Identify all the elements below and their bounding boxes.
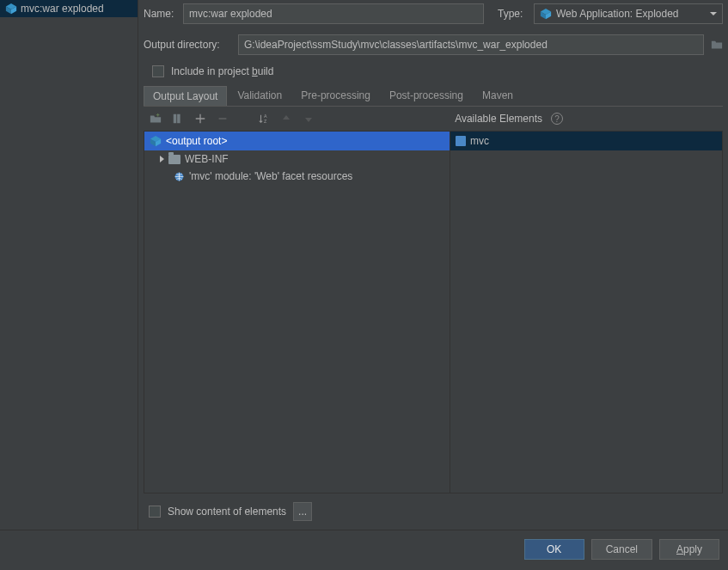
dialog-button-bar: OK Cancel Apply	[0, 530, 728, 570]
artifact-root-icon	[150, 135, 162, 147]
web-facet-icon	[174, 171, 185, 182]
apply-button[interactable]: Apply	[659, 539, 719, 560]
include-build-checkbox[interactable]	[152, 65, 164, 77]
expand-icon[interactable]	[160, 156, 164, 162]
tabbar: Output Layout Validation Pre-processing …	[144, 86, 723, 107]
new-folder-icon[interactable]	[149, 112, 162, 126]
folder-icon	[168, 155, 180, 164]
type-select[interactable]: Web Application: Exploded	[534, 3, 723, 24]
ok-button[interactable]: OK	[524, 539, 584, 560]
tree-root-label: <output root>	[166, 135, 227, 147]
chevron-down-icon	[710, 12, 717, 15]
svg-rect-7	[177, 114, 180, 124]
artifacts-sidebar[interactable]: mvc:war exploded	[0, 0, 138, 530]
avail-item-mvc[interactable]: mvc	[450, 132, 722, 150]
type-value: Web Application: Exploded	[556, 8, 679, 20]
svg-text:A: A	[264, 113, 267, 119]
name-input[interactable]	[183, 3, 484, 24]
svg-rect-6	[174, 114, 177, 124]
name-label: Name:	[144, 8, 176, 20]
show-content-row: Show content of elements ...	[144, 493, 723, 530]
tab-maven[interactable]: Maven	[474, 86, 522, 106]
layout-content: <output root> WEB-INF 'mvc' module: 'Web…	[144, 131, 723, 493]
avail-mvc-label: mvc	[470, 135, 489, 147]
show-content-checkbox[interactable]	[149, 506, 161, 518]
tree-item-web-facet[interactable]: 'mvc' module: 'Web' facet resources	[144, 168, 450, 185]
artifact-item[interactable]: mvc:war exploded	[0, 0, 138, 17]
tab-pre-processing[interactable]: Pre-processing	[292, 86, 379, 106]
tab-post-processing[interactable]: Post-processing	[381, 86, 472, 106]
remove-icon[interactable]	[216, 112, 229, 126]
svg-text:Z: Z	[264, 119, 267, 124]
outdir-label: Output directory:	[144, 39, 231, 51]
move-down-icon[interactable]	[302, 112, 315, 126]
output-tree-pane[interactable]: <output root> WEB-INF 'mvc' module: 'Web…	[144, 132, 450, 493]
type-label: Type:	[498, 8, 527, 20]
artifact-config-panel: Name: Type: Web Application: Exploded Ou…	[138, 0, 728, 530]
tree-root[interactable]: <output root>	[144, 132, 450, 150]
tree-item-webinf[interactable]: WEB-INF	[144, 150, 450, 168]
tab-output-layout[interactable]: Output Layout	[144, 86, 227, 106]
layout-toolbar: AZ Available Elements ?	[144, 107, 723, 131]
artifact-icon	[5, 3, 17, 15]
outdir-row: Output directory:	[144, 34, 723, 55]
sort-icon[interactable]: AZ	[257, 112, 271, 126]
artifact-label: mvc:war exploded	[21, 3, 104, 15]
tree-webinf-label: WEB-INF	[185, 153, 229, 165]
move-up-icon[interactable]	[279, 112, 293, 126]
cancel-button[interactable]: Cancel	[591, 539, 652, 560]
help-icon[interactable]: ?	[551, 113, 563, 125]
include-build-row[interactable]: Include in project build	[152, 65, 723, 77]
webapp-icon	[540, 8, 552, 20]
add-icon[interactable]	[193, 112, 207, 126]
browse-folder-icon[interactable]	[711, 39, 723, 51]
show-content-configure-button[interactable]: ...	[293, 502, 312, 521]
module-icon	[456, 136, 466, 146]
name-row: Name: Type: Web Application: Exploded	[144, 3, 723, 24]
include-build-label: Include in project build	[171, 65, 273, 77]
show-content-label: Show content of elements	[168, 506, 286, 518]
tab-validation[interactable]: Validation	[229, 86, 291, 106]
new-directory-icon[interactable]	[171, 112, 185, 126]
outdir-input[interactable]	[238, 34, 704, 55]
available-elements-pane[interactable]: mvc	[450, 132, 722, 493]
available-elements-label: Available Elements	[455, 113, 542, 125]
tree-web-facet-label: 'mvc' module: 'Web' facet resources	[189, 170, 352, 182]
